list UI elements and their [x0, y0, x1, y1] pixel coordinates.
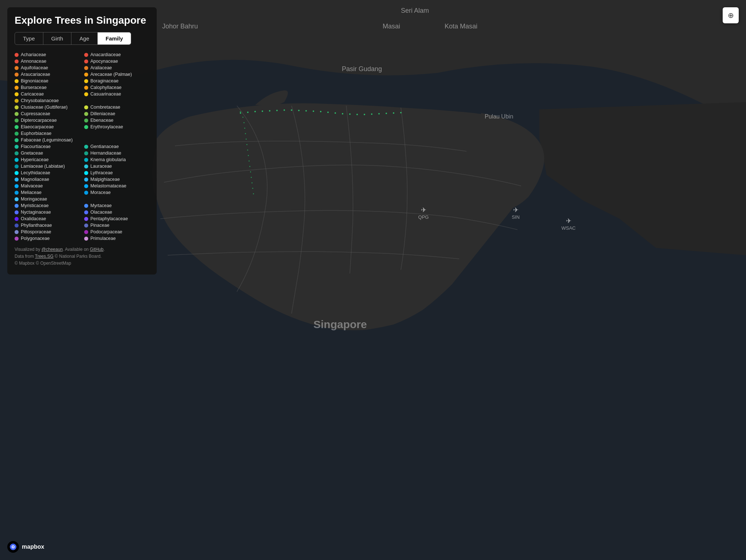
legend-item: Gnetaceae — [15, 151, 80, 156]
legend-item-label: Gnetaceae — [21, 151, 43, 156]
legend-color-dot — [15, 178, 19, 182]
legend-color-dot — [15, 184, 19, 188]
legend-item-label: Olacaceae — [90, 210, 112, 215]
legend-item: Malpighiaceae — [84, 177, 149, 182]
app-title: Explore Trees in Singapore — [15, 15, 149, 26]
tab-family[interactable]: Family — [98, 32, 131, 44]
legend-item-label: Hypericaceae — [21, 157, 48, 162]
legend-item-label: Aquifoliaceae — [21, 65, 48, 70]
legend-item-label: Fabaceae (Leguminosae) — [21, 137, 73, 143]
legend-item-label: Erythroxylaceae — [90, 124, 123, 129]
legend-item-label: Lauraceae — [90, 164, 112, 169]
map-container: Seri Alam Johor Bahru Kota Masai Masai P… — [0, 0, 746, 560]
legend-item: Lecythidaceae — [15, 170, 80, 175]
legend-item: Myrtaceae — [84, 203, 149, 208]
legend-item-label: Chrysobalanaceae — [21, 98, 59, 103]
legend-color-dot — [15, 223, 19, 228]
legend-color-dot — [84, 66, 88, 70]
legend-item-label: Boraginaceae — [90, 78, 118, 83]
svg-text:Pulau Ubin: Pulau Ubin — [485, 113, 513, 120]
legend-color-dot — [84, 112, 88, 116]
legend-item-label: Melastomataceae — [90, 183, 126, 188]
legend-item: Pittosporaceae — [15, 229, 80, 234]
legend-item: Clusiaceae (Guttiferae) — [15, 105, 80, 110]
legend-color-dot — [84, 164, 88, 168]
legend-color-dot — [84, 217, 88, 221]
legend-item-label: Burseraceae — [21, 85, 47, 90]
legend-item: Cupressaceae — [15, 111, 80, 116]
legend-item: Myristicaceae — [15, 203, 80, 208]
legend-color-dot — [15, 79, 19, 83]
svg-point-57 — [12, 546, 14, 548]
legend-color-dot — [84, 53, 88, 57]
legend-item-label: Lamiaceae (Labiatae) — [21, 164, 65, 169]
legend-color-dot — [84, 171, 88, 175]
legend-color-dot — [15, 118, 19, 122]
mapbox-logo-icon — [7, 541, 19, 553]
legend-item-label: Pinaceae — [90, 223, 109, 228]
legend-item: Boraginaceae — [84, 78, 149, 83]
legend-color-dot — [15, 73, 19, 77]
legend-color-dot — [84, 178, 88, 182]
legend-item: Polygonaceae — [15, 236, 80, 241]
legend-item: Oxalidaceae — [15, 216, 80, 221]
legend-item: Annonaceae — [15, 59, 80, 64]
tab-bar: Type Girth Age Family — [15, 32, 131, 45]
legend-item: Melastomataceae — [84, 183, 149, 188]
legend-item: Dilleniaceae — [84, 111, 149, 116]
legend-color-dot — [15, 86, 19, 90]
legend-item-label: Pentaphylacaceae — [90, 216, 128, 221]
legend-item: Olacaceae — [84, 210, 149, 215]
legend-item-label: Moraceae — [90, 190, 111, 195]
legend-item: Achariaceae — [15, 52, 80, 57]
legend-item-label: Moringaceae — [21, 197, 47, 202]
legend-item-label: Apocynaceae — [90, 59, 118, 64]
tab-age[interactable]: Age — [71, 32, 98, 44]
legend-item: Moraceae — [84, 190, 149, 195]
legend-item-label: Elaeocarpaceae — [21, 124, 54, 129]
legend-item: Arecaceae (Palmae) — [84, 72, 149, 77]
legend: AchariaceaeAnacardiaceaeAnnonaceaeApocyn… — [15, 52, 149, 241]
legend-item-label: Myrtaceae — [90, 203, 112, 208]
legend-item: Bignoniaceae — [15, 78, 80, 83]
legend-item: Moringaceae — [15, 197, 80, 202]
legend-item: Lythraceae — [84, 170, 149, 175]
legend-color-dot — [15, 145, 19, 149]
legend-item-label: Araucariaceae — [21, 72, 50, 77]
legend-item: Meliaceae — [15, 190, 80, 195]
legend-color-dot — [15, 204, 19, 208]
legend-item: Caricaceae — [15, 92, 80, 97]
legend-color-dot — [15, 230, 19, 234]
legend-item-label: Caricaceae — [21, 92, 44, 97]
legend-color-dot — [84, 151, 88, 155]
legend-color-dot — [15, 210, 19, 214]
svg-text:Masai: Masai — [383, 23, 400, 30]
legend-item-label: Meliaceae — [21, 190, 42, 195]
gps-button[interactable]: ⊕ — [723, 7, 739, 23]
legend-item: Euphorbiaceae — [15, 131, 80, 136]
legend-color-dot — [84, 184, 88, 188]
legend-color-dot — [84, 210, 88, 214]
svg-text:Johor Bahru: Johor Bahru — [162, 23, 198, 30]
tab-type[interactable]: Type — [15, 32, 43, 44]
legend-color-dot — [84, 145, 88, 149]
legend-item-label: Myristicaceae — [21, 203, 48, 208]
mapbox-logo: mapbox — [7, 541, 44, 553]
legend-item: Knema globularia — [84, 157, 149, 162]
legend-item: Gentianaceae — [84, 144, 149, 149]
legend-item-label: Clusiaceae (Guttiferae) — [21, 105, 68, 110]
tab-girth[interactable]: Girth — [43, 32, 72, 44]
legend-item-label: Pittosporaceae — [21, 229, 51, 234]
legend-color-dot — [15, 112, 19, 116]
legend-color-dot — [84, 158, 88, 162]
legend-item-label: Bignoniaceae — [21, 78, 48, 83]
legend-color-dot — [15, 92, 19, 96]
legend-item: Chrysobalanaceae — [15, 98, 80, 103]
legend-item: Ebenaceae — [84, 118, 149, 123]
legend-item-label: Magnoliaceae — [21, 177, 49, 182]
legend-item: Dipterocarpaceae — [15, 118, 80, 123]
legend-item-label: Primulaceae — [90, 236, 116, 241]
legend-item: Araliaceae — [84, 65, 149, 70]
legend-color-dot — [15, 125, 19, 129]
legend-color-dot — [15, 132, 19, 136]
